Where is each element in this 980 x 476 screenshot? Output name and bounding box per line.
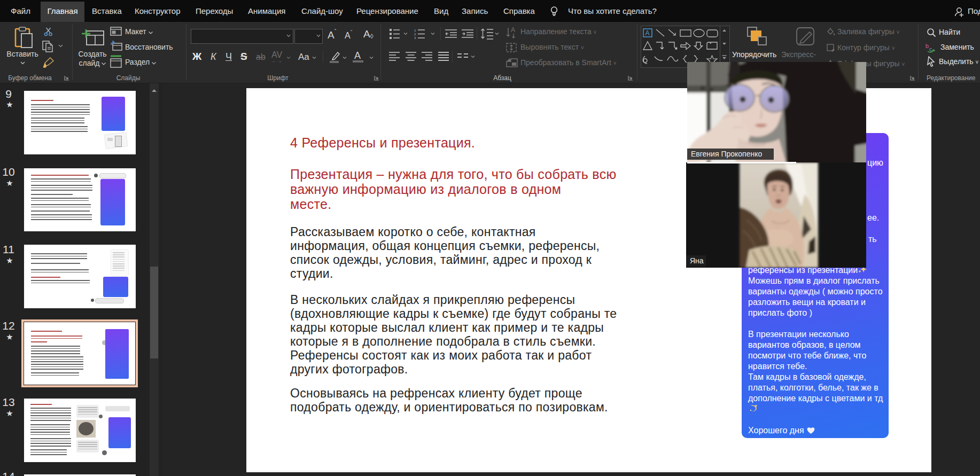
svg-text:A: A <box>511 27 515 34</box>
svg-text:1: 1 <box>414 29 416 32</box>
svg-text:2: 2 <box>414 33 416 36</box>
svg-text:c: c <box>929 46 932 52</box>
svg-text:A: A <box>645 29 650 37</box>
svg-text:Яна: Яна <box>690 256 704 265</box>
svg-text:3: 3 <box>414 36 416 40</box>
svg-text:b: b <box>925 43 929 49</box>
svg-text:Евгения Прокопенко: Евгения Прокопенко <box>691 150 762 158</box>
